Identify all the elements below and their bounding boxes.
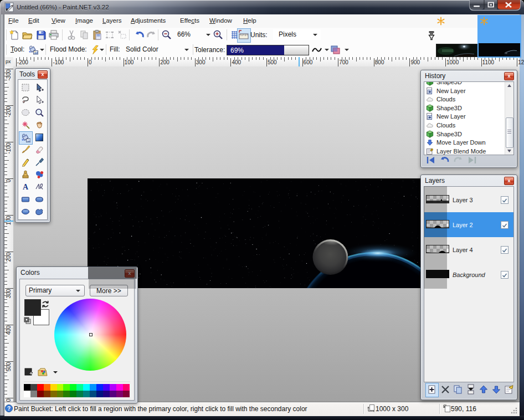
svg-text:?: ?: [7, 406, 11, 412]
svg-text:A: A: [23, 183, 29, 191]
